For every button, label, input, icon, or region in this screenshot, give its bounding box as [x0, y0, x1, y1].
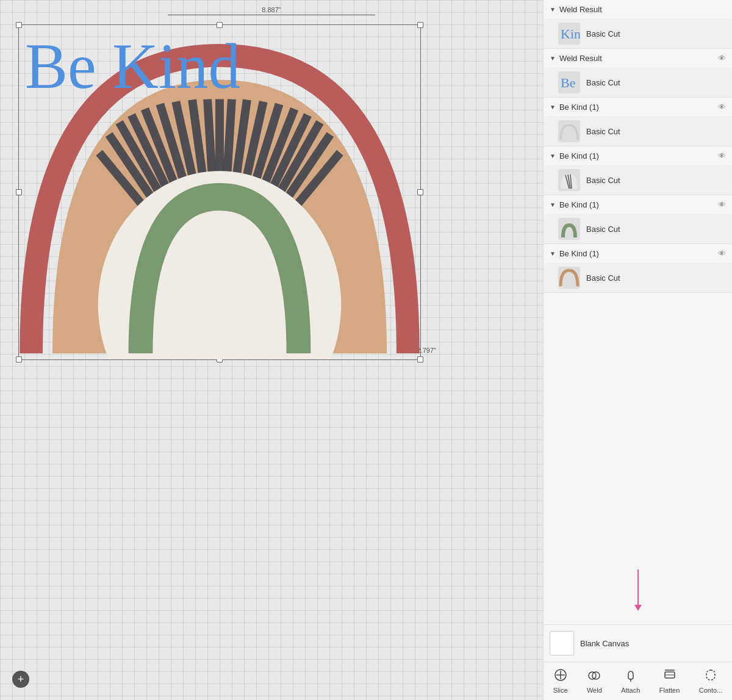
layer-item-weld2[interactable]: BeBasic Cut	[544, 68, 732, 97]
layer-group-header-bekind1[interactable]: ▼Be Kind (1)👁	[544, 98, 732, 117]
eye-icon[interactable]: 👁	[718, 200, 726, 209]
chevron-icon: ▼	[550, 250, 556, 257]
design-container[interactable]: Be Kind	[18, 24, 421, 360]
layer-group-header-bekind3[interactable]: ▼Be Kind (1)👁	[544, 195, 732, 214]
canvas-area: 8.887" 2.797"	[0, 0, 543, 700]
slice-button[interactable]: Slice	[548, 666, 573, 696]
be-kind-text: Be Kind	[25, 34, 240, 98]
chevron-icon: ▼	[550, 6, 556, 13]
weld-icon	[587, 668, 601, 685]
flatten-button[interactable]: Flatten	[655, 666, 685, 696]
layer-thumbnail	[558, 218, 580, 240]
svg-text:Be: Be	[561, 75, 575, 90]
layer-item-weld1[interactable]: KindBasic Cut	[544, 19, 732, 48]
layer-group-title: Weld Result	[559, 5, 726, 14]
attach-label: Attach	[621, 687, 640, 694]
layer-group-header-weld1[interactable]: ▼Weld Result	[544, 0, 732, 19]
layer-item-label: Basic Cut	[586, 29, 620, 38]
layer-thumbnail	[558, 169, 580, 191]
layer-group-header-bekind4[interactable]: ▼Be Kind (1)👁	[544, 244, 732, 263]
chevron-icon: ▼	[550, 201, 556, 208]
right-panel: ▼Weld ResultKindBasic Cut▼Weld Result👁Be…	[543, 0, 732, 700]
eye-icon[interactable]: 👁	[718, 54, 726, 63]
contour-label: Conto...	[699, 687, 723, 694]
blank-canvas-area: Blank Canvas	[544, 624, 732, 662]
slice-icon	[554, 668, 567, 685]
contour-icon	[704, 668, 717, 685]
arrow-line	[637, 569, 639, 606]
layer-thumbnail	[558, 120, 580, 142]
layer-item-label: Basic Cut	[586, 127, 620, 136]
layer-group-title: Be Kind (1)	[559, 200, 714, 209]
layer-group-bekind2: ▼Be Kind (1)👁Basic Cut	[544, 146, 732, 195]
layer-item-label: Basic Cut	[586, 176, 620, 185]
layer-item-label: Basic Cut	[586, 225, 620, 234]
chevron-icon: ▼	[550, 153, 556, 159]
layer-group-title: Weld Result	[559, 54, 714, 63]
width-measurement: 8.887"	[168, 6, 375, 15]
eye-icon[interactable]: 👁	[718, 103, 726, 112]
layer-group-bekind3: ▼Be Kind (1)👁Basic Cut	[544, 195, 732, 244]
add-shape-button[interactable]: +	[12, 671, 29, 688]
layer-group-header-weld2[interactable]: ▼Weld Result👁	[544, 49, 732, 68]
layers-list: ▼Weld ResultKindBasic Cut▼Weld Result👁Be…	[544, 0, 732, 563]
weld-label: Weld	[587, 687, 602, 694]
layer-group-title: Be Kind (1)	[559, 249, 714, 258]
layer-group-header-bekind2[interactable]: ▼Be Kind (1)👁	[544, 146, 732, 165]
layer-item-bekind4[interactable]: Basic Cut	[544, 263, 732, 292]
layer-item-label: Basic Cut	[586, 78, 620, 87]
layer-group-bekind1: ▼Be Kind (1)👁Basic Cut	[544, 98, 732, 146]
layer-group-bekind4: ▼Be Kind (1)👁Basic Cut	[544, 244, 732, 293]
weld-button[interactable]: Weld	[582, 666, 607, 696]
blank-canvas-label: Blank Canvas	[580, 639, 629, 648]
layer-thumbnail: Kind	[558, 23, 580, 45]
svg-text:Kind: Kind	[561, 26, 580, 41]
layer-group-weld1: ▼Weld ResultKindBasic Cut	[544, 0, 732, 49]
eye-icon[interactable]: 👁	[718, 151, 726, 161]
arrow-indicator	[544, 563, 732, 624]
layer-item-bekind2[interactable]: Basic Cut	[544, 165, 732, 195]
layer-group-weld2: ▼Weld Result👁BeBasic Cut	[544, 49, 732, 98]
layer-group-title: Be Kind (1)	[559, 151, 714, 161]
contour-button[interactable]: Conto...	[694, 666, 728, 696]
eye-icon[interactable]: 👁	[718, 249, 726, 258]
chevron-icon: ▼	[550, 55, 556, 62]
chevron-icon: ▼	[550, 104, 556, 110]
layer-thumbnail: Be	[558, 71, 580, 93]
layer-item-bekind3[interactable]: Basic Cut	[544, 214, 732, 244]
attach-button[interactable]: Attach	[616, 666, 645, 696]
flatten-icon	[663, 668, 676, 685]
layer-item-label: Basic Cut	[586, 273, 620, 283]
layer-group-title: Be Kind (1)	[559, 103, 714, 112]
layer-thumbnail	[558, 267, 580, 289]
attach-icon	[624, 668, 637, 685]
slice-label: Slice	[553, 687, 568, 694]
layer-item-bekind1[interactable]: Basic Cut	[544, 117, 732, 146]
bottom-toolbar: SliceWeldAttachFlattenConto...	[544, 662, 732, 700]
flatten-label: Flatten	[659, 687, 680, 694]
blank-canvas-thumb	[550, 631, 574, 655]
